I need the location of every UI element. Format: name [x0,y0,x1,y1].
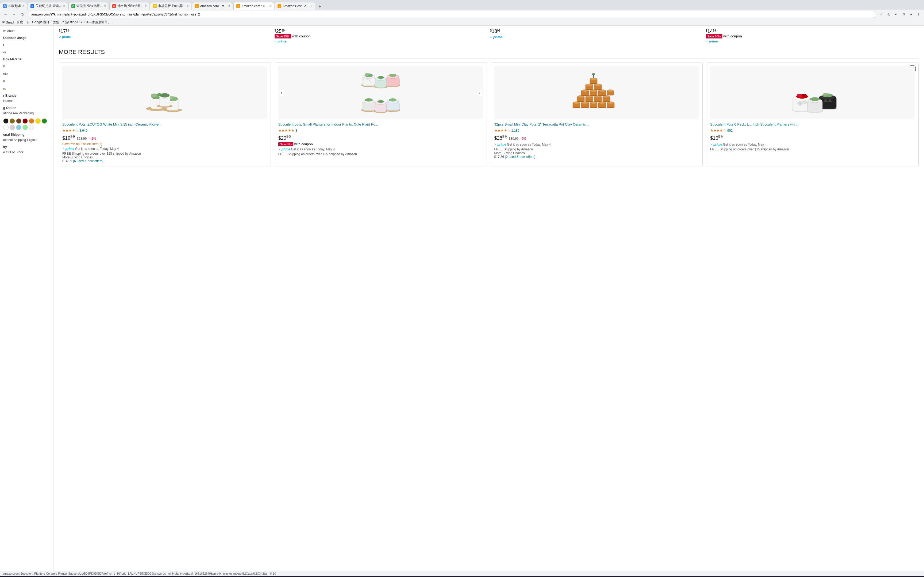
rating-count-2[interactable]: 3 [296,129,297,132]
tab-keyword[interactable]: K 关键词挖掘-查询... × [27,2,68,10]
sidebar-label-brands: r Brands [3,94,50,97]
tab-amazon1[interactable]: a Amazon.com : m... × [192,2,233,10]
rating-count-3[interactable]: 1,189 [512,129,520,132]
delivery-3: Get it as soon as Today, May 4 [507,143,551,147]
more-results-title: MORE RESULTS [59,48,919,58]
sidebar-item-or[interactable]: or [3,50,50,55]
tab-close[interactable]: × [311,5,312,8]
product-card-4[interactable]: 38 [707,63,919,166]
tab-close[interactable]: × [63,5,65,8]
color-swatch-white2[interactable] [29,125,34,130]
tab-amazon2[interactable]: a Amazon.com : D... × [233,2,274,10]
tab-close[interactable]: × [270,5,271,8]
sidebar-item-re[interactable]: re [3,86,50,91]
tab-label: Amazon.com : D... [241,4,268,8]
new-tab-button[interactable]: + [316,4,324,10]
bookmark-google-translate[interactable]: Google 翻译 [32,20,50,24]
original-price-3: $30.99 [509,137,519,140]
color-swatch-green[interactable] [42,118,47,124]
coupon-badge-prod2: Save 5% [278,142,293,147]
rating-count-1[interactable]: 8,649 [79,129,87,132]
svg-rect-79 [586,89,593,90]
forward-button[interactable]: → [11,11,18,18]
color-swatch-light-green[interactable] [23,125,28,130]
color-swatch-yellow[interactable] [35,118,40,124]
bookmark-youku[interactable]: 优酷 [52,20,59,24]
prime-label: prime [709,40,718,43]
sidebar-item-r[interactable]: r [3,42,50,47]
product-title-2[interactable]: Succulent pots, Small Planters for Indoo… [278,122,483,127]
sidebar-section-re: re [3,86,50,91]
color-swatch-black[interactable] [3,118,8,124]
menu-icon[interactable]: ⋮ [916,11,922,18]
product-card-1[interactable]: Succulent Pots, ZOUTOG White Mini 3.15 i… [59,63,271,166]
rating-count-4[interactable]: 902 [727,129,733,132]
coupon-text-prod2: with coupon [294,142,313,146]
product-card-2[interactable]: ‹ › [275,63,487,166]
color-swatch-blue[interactable] [16,125,21,130]
tab-market[interactable]: S 选市场-查询结果... × [109,2,150,10]
bookmark-st[interactable]: ST—体验最简单、... [84,20,114,24]
tab-close[interactable]: × [187,5,189,8]
extension-icon4[interactable]: ■ [908,11,914,18]
page-content: w Mount Outdoor Usage r or Box Material … [0,26,924,571]
bookmark-icon[interactable]: ☆ [878,11,884,18]
used-offers-1[interactable]: (6 used & new offers) [73,159,103,163]
used-offers-3[interactable]: (2 used & new offers) [505,155,536,159]
product-title-3[interactable]: 32pcs Small Mini Clay Pots, 2" Terracott… [494,122,699,127]
prime-check-icon: ✓ [59,35,61,39]
extension-icon3[interactable]: ⚙ [900,11,907,18]
refresh-button[interactable]: ↻ [19,11,26,18]
tab-close[interactable]: × [228,5,230,8]
extension-icon2[interactable]: ⛭ [893,11,900,18]
color-swatch-red[interactable] [23,118,28,124]
tab-amazon-best[interactable]: a Amazon Best Se... × [275,2,315,10]
extension-icon1[interactable]: ◎ [885,11,892,18]
sidebar-item-gift[interactable]: ation-Free Packaging [3,111,50,116]
color-swatch-white[interactable] [3,125,8,130]
product-title-1[interactable]: Succulent Pots, ZOUTOG White Mini 3.15 i… [62,122,267,127]
delivery-1: Get it as soon as Today, May 4 [75,147,119,151]
sidebar-item-availability[interactable]: e Out of Stock [3,150,50,155]
color-swatch-brown[interactable] [10,118,15,124]
product-title-4[interactable]: Succulent Pots 6 Pack, L... Inch Succule… [710,122,915,127]
tab-analysis[interactable]: M 市场分析-Pots(花... × [150,2,191,10]
tab-close[interactable]: × [145,5,147,8]
prime-check-icon: ✓ [706,40,708,43]
back-button[interactable]: ← [2,11,9,18]
product-card-3[interactable]: 32pcs Small Mini Clay Pots, 2" Terracott… [491,63,703,166]
stars-4[interactable]: ★★★★☆ [710,129,726,132]
tab-competitor[interactable]: C 查竞品-查询结果... × [68,2,109,10]
sidebar-item-n[interactable]: n [3,79,50,84]
stars-2[interactable]: ★★★★★ [278,129,294,132]
sidebar-item-ete[interactable]: ete [3,71,50,76]
prime-check-icon: ✓ [275,40,277,43]
svg-point-40 [378,100,384,103]
color-swatch-gray[interactable] [10,125,15,130]
tab-close[interactable]: × [23,5,24,8]
sidebar-item-mount[interactable]: w Mount [3,29,50,34]
free-shipping-2: FREE Shipping on orders over $25 shipped… [278,152,483,156]
stars-1[interactable]: ★★★★☆ [62,129,78,132]
prime-check-icon: ✓ [490,35,493,39]
tab-close[interactable]: × [104,5,106,8]
color-swatch-dark-brown[interactable] [16,118,21,124]
color-swatch-orange[interactable] [29,118,34,124]
address-input[interactable] [28,11,876,18]
sidebar-item-ic[interactable]: ic [3,64,50,69]
bookmark-listing[interactable]: 产品listing-US [61,20,82,24]
stars-3[interactable]: ★★★★☆ [494,129,510,132]
sidebar-item-shipping[interactable]: ational Shipping Eligible [3,137,50,142]
taskbar: 38 [0,576,924,577]
svg-point-14 [160,93,170,97]
tab-google-translate[interactable]: G 谷歌翻译 × [0,2,27,10]
carousel-prev-2[interactable]: ‹ [279,89,284,96]
bookmark-baidu[interactable]: 百度一下 [16,20,29,24]
svg-point-84 [590,78,597,80]
bookmark-gmail[interactable]: ✉ Gmail [2,21,14,24]
svg-rect-49 [590,107,597,108]
product-svg-2 [354,69,407,117]
tab-favicon: a [278,4,281,8]
sidebar-item-brands[interactable]: Brands [3,98,50,103]
carousel-next-2[interactable]: › [478,89,482,96]
